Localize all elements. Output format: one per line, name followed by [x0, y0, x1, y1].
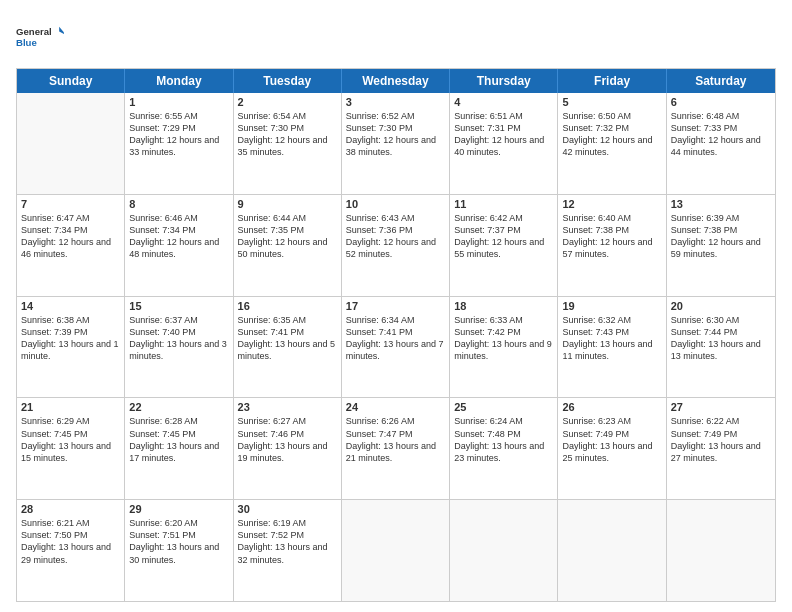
- header-day-sunday: Sunday: [17, 69, 125, 93]
- day-number: 20: [671, 300, 771, 312]
- cell-sun-info: Sunrise: 6:20 AM Sunset: 7:51 PM Dayligh…: [129, 517, 228, 566]
- header-day-thursday: Thursday: [450, 69, 558, 93]
- day-4: 4Sunrise: 6:51 AM Sunset: 7:31 PM Daylig…: [450, 93, 558, 194]
- day-5: 5Sunrise: 6:50 AM Sunset: 7:32 PM Daylig…: [558, 93, 666, 194]
- header-day-saturday: Saturday: [667, 69, 775, 93]
- day-2: 2Sunrise: 6:54 AM Sunset: 7:30 PM Daylig…: [234, 93, 342, 194]
- header-day-tuesday: Tuesday: [234, 69, 342, 93]
- day-number: 30: [238, 503, 337, 515]
- day-7: 7Sunrise: 6:47 AM Sunset: 7:34 PM Daylig…: [17, 195, 125, 296]
- day-number: 22: [129, 401, 228, 413]
- svg-text:General: General: [16, 26, 52, 37]
- week-row-5: 28Sunrise: 6:21 AM Sunset: 7:50 PM Dayli…: [17, 500, 775, 601]
- day-number: 4: [454, 96, 553, 108]
- cell-sun-info: Sunrise: 6:23 AM Sunset: 7:49 PM Dayligh…: [562, 415, 661, 464]
- logo: General Blue: [16, 16, 64, 58]
- day-number: 13: [671, 198, 771, 210]
- week-row-3: 14Sunrise: 6:38 AM Sunset: 7:39 PM Dayli…: [17, 297, 775, 399]
- svg-text:Blue: Blue: [16, 37, 37, 48]
- header-day-wednesday: Wednesday: [342, 69, 450, 93]
- cell-sun-info: Sunrise: 6:29 AM Sunset: 7:45 PM Dayligh…: [21, 415, 120, 464]
- day-9: 9Sunrise: 6:44 AM Sunset: 7:35 PM Daylig…: [234, 195, 342, 296]
- cell-sun-info: Sunrise: 6:52 AM Sunset: 7:30 PM Dayligh…: [346, 110, 445, 159]
- day-18: 18Sunrise: 6:33 AM Sunset: 7:42 PM Dayli…: [450, 297, 558, 398]
- day-13: 13Sunrise: 6:39 AM Sunset: 7:38 PM Dayli…: [667, 195, 775, 296]
- day-number: 9: [238, 198, 337, 210]
- cell-sun-info: Sunrise: 6:27 AM Sunset: 7:46 PM Dayligh…: [238, 415, 337, 464]
- day-number: 5: [562, 96, 661, 108]
- empty-cell-4-4: [450, 500, 558, 601]
- day-number: 2: [238, 96, 337, 108]
- cell-sun-info: Sunrise: 6:55 AM Sunset: 7:29 PM Dayligh…: [129, 110, 228, 159]
- day-number: 29: [129, 503, 228, 515]
- calendar-body: 1Sunrise: 6:55 AM Sunset: 7:29 PM Daylig…: [17, 93, 775, 601]
- cell-sun-info: Sunrise: 6:38 AM Sunset: 7:39 PM Dayligh…: [21, 314, 120, 363]
- cell-sun-info: Sunrise: 6:51 AM Sunset: 7:31 PM Dayligh…: [454, 110, 553, 159]
- cell-sun-info: Sunrise: 6:44 AM Sunset: 7:35 PM Dayligh…: [238, 212, 337, 261]
- day-28: 28Sunrise: 6:21 AM Sunset: 7:50 PM Dayli…: [17, 500, 125, 601]
- day-number: 18: [454, 300, 553, 312]
- day-26: 26Sunrise: 6:23 AM Sunset: 7:49 PM Dayli…: [558, 398, 666, 499]
- empty-cell-4-5: [558, 500, 666, 601]
- day-number: 23: [238, 401, 337, 413]
- cell-sun-info: Sunrise: 6:43 AM Sunset: 7:36 PM Dayligh…: [346, 212, 445, 261]
- day-17: 17Sunrise: 6:34 AM Sunset: 7:41 PM Dayli…: [342, 297, 450, 398]
- week-row-4: 21Sunrise: 6:29 AM Sunset: 7:45 PM Dayli…: [17, 398, 775, 500]
- day-14: 14Sunrise: 6:38 AM Sunset: 7:39 PM Dayli…: [17, 297, 125, 398]
- cell-sun-info: Sunrise: 6:42 AM Sunset: 7:37 PM Dayligh…: [454, 212, 553, 261]
- cell-sun-info: Sunrise: 6:50 AM Sunset: 7:32 PM Dayligh…: [562, 110, 661, 159]
- day-number: 16: [238, 300, 337, 312]
- day-number: 3: [346, 96, 445, 108]
- day-number: 26: [562, 401, 661, 413]
- day-23: 23Sunrise: 6:27 AM Sunset: 7:46 PM Dayli…: [234, 398, 342, 499]
- day-20: 20Sunrise: 6:30 AM Sunset: 7:44 PM Dayli…: [667, 297, 775, 398]
- day-number: 7: [21, 198, 120, 210]
- day-number: 28: [21, 503, 120, 515]
- cell-sun-info: Sunrise: 6:33 AM Sunset: 7:42 PM Dayligh…: [454, 314, 553, 363]
- day-number: 6: [671, 96, 771, 108]
- week-row-1: 1Sunrise: 6:55 AM Sunset: 7:29 PM Daylig…: [17, 93, 775, 195]
- day-25: 25Sunrise: 6:24 AM Sunset: 7:48 PM Dayli…: [450, 398, 558, 499]
- day-29: 29Sunrise: 6:20 AM Sunset: 7:51 PM Dayli…: [125, 500, 233, 601]
- day-number: 12: [562, 198, 661, 210]
- day-24: 24Sunrise: 6:26 AM Sunset: 7:47 PM Dayli…: [342, 398, 450, 499]
- empty-cell-0-0: [17, 93, 125, 194]
- page-header: General Blue: [16, 16, 776, 58]
- cell-sun-info: Sunrise: 6:26 AM Sunset: 7:47 PM Dayligh…: [346, 415, 445, 464]
- day-21: 21Sunrise: 6:29 AM Sunset: 7:45 PM Dayli…: [17, 398, 125, 499]
- day-number: 27: [671, 401, 771, 413]
- cell-sun-info: Sunrise: 6:48 AM Sunset: 7:33 PM Dayligh…: [671, 110, 771, 159]
- header-day-friday: Friday: [558, 69, 666, 93]
- day-number: 24: [346, 401, 445, 413]
- day-number: 1: [129, 96, 228, 108]
- day-number: 15: [129, 300, 228, 312]
- cell-sun-info: Sunrise: 6:32 AM Sunset: 7:43 PM Dayligh…: [562, 314, 661, 363]
- cell-sun-info: Sunrise: 6:24 AM Sunset: 7:48 PM Dayligh…: [454, 415, 553, 464]
- day-10: 10Sunrise: 6:43 AM Sunset: 7:36 PM Dayli…: [342, 195, 450, 296]
- cell-sun-info: Sunrise: 6:46 AM Sunset: 7:34 PM Dayligh…: [129, 212, 228, 261]
- svg-marker-2: [59, 27, 64, 35]
- cell-sun-info: Sunrise: 6:54 AM Sunset: 7:30 PM Dayligh…: [238, 110, 337, 159]
- day-number: 14: [21, 300, 120, 312]
- day-22: 22Sunrise: 6:28 AM Sunset: 7:45 PM Dayli…: [125, 398, 233, 499]
- day-1: 1Sunrise: 6:55 AM Sunset: 7:29 PM Daylig…: [125, 93, 233, 194]
- day-6: 6Sunrise: 6:48 AM Sunset: 7:33 PM Daylig…: [667, 93, 775, 194]
- day-number: 11: [454, 198, 553, 210]
- empty-cell-4-3: [342, 500, 450, 601]
- calendar-header: SundayMondayTuesdayWednesdayThursdayFrid…: [17, 69, 775, 93]
- day-number: 21: [21, 401, 120, 413]
- cell-sun-info: Sunrise: 6:19 AM Sunset: 7:52 PM Dayligh…: [238, 517, 337, 566]
- day-number: 10: [346, 198, 445, 210]
- cell-sun-info: Sunrise: 6:39 AM Sunset: 7:38 PM Dayligh…: [671, 212, 771, 261]
- cell-sun-info: Sunrise: 6:28 AM Sunset: 7:45 PM Dayligh…: [129, 415, 228, 464]
- cell-sun-info: Sunrise: 6:35 AM Sunset: 7:41 PM Dayligh…: [238, 314, 337, 363]
- cell-sun-info: Sunrise: 6:47 AM Sunset: 7:34 PM Dayligh…: [21, 212, 120, 261]
- day-number: 17: [346, 300, 445, 312]
- day-number: 25: [454, 401, 553, 413]
- cell-sun-info: Sunrise: 6:30 AM Sunset: 7:44 PM Dayligh…: [671, 314, 771, 363]
- day-27: 27Sunrise: 6:22 AM Sunset: 7:49 PM Dayli…: [667, 398, 775, 499]
- logo-svg: General Blue: [16, 16, 64, 58]
- day-19: 19Sunrise: 6:32 AM Sunset: 7:43 PM Dayli…: [558, 297, 666, 398]
- day-11: 11Sunrise: 6:42 AM Sunset: 7:37 PM Dayli…: [450, 195, 558, 296]
- day-number: 8: [129, 198, 228, 210]
